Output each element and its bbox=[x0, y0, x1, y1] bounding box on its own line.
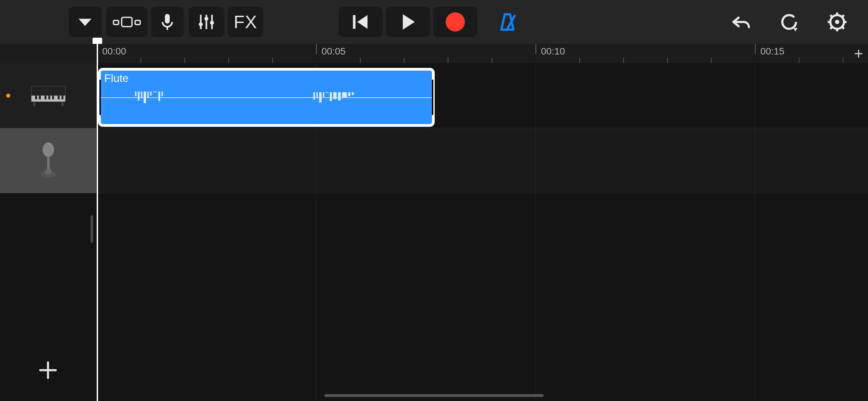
ruler-tick bbox=[843, 58, 843, 63]
toolbar-right-group bbox=[727, 7, 851, 37]
svg-rect-1 bbox=[122, 17, 132, 27]
plus-icon bbox=[38, 360, 58, 380]
svg-rect-0 bbox=[113, 21, 119, 25]
time-ruler[interactable]: 00:0000:0500:1000:15 + bbox=[0, 44, 868, 63]
svg-rect-33 bbox=[33, 101, 35, 106]
settings-button[interactable] bbox=[823, 7, 851, 37]
svg-rect-38 bbox=[45, 169, 51, 174]
record-button[interactable] bbox=[433, 7, 477, 37]
track-scroll-indicator[interactable] bbox=[91, 215, 93, 243]
ruler-tick bbox=[579, 58, 580, 63]
svg-rect-32 bbox=[61, 96, 63, 99]
browser-button[interactable] bbox=[69, 7, 101, 37]
svg-rect-26 bbox=[35, 96, 37, 99]
svg-rect-28 bbox=[45, 96, 47, 99]
fx-label: FX bbox=[234, 12, 257, 32]
svg-point-10 bbox=[210, 21, 214, 25]
svg-rect-34 bbox=[61, 101, 63, 106]
region-trim-right-handle[interactable] bbox=[432, 80, 433, 115]
track-row-audio[interactable] bbox=[0, 128, 868, 193]
ruler-tick bbox=[184, 58, 185, 63]
svg-rect-24 bbox=[31, 86, 65, 96]
ruler-tick bbox=[272, 58, 273, 63]
svg-rect-29 bbox=[48, 96, 50, 99]
svg-rect-27 bbox=[39, 96, 41, 99]
piano-icon bbox=[29, 84, 67, 108]
track-header-audio[interactable] bbox=[0, 128, 97, 193]
track-view-button[interactable] bbox=[106, 7, 147, 37]
ruler-tick bbox=[667, 58, 668, 63]
toolbar: FX bbox=[0, 0, 868, 44]
svg-rect-3 bbox=[165, 14, 170, 24]
playhead[interactable] bbox=[97, 44, 98, 401]
ruler-tick bbox=[711, 58, 712, 63]
ruler-tick bbox=[755, 44, 756, 54]
ruler-time-label: 00:05 bbox=[322, 46, 346, 57]
undo-icon bbox=[731, 12, 751, 32]
ruler-tick bbox=[799, 58, 799, 63]
svg-line-22 bbox=[830, 27, 832, 29]
metronome-button[interactable] bbox=[491, 7, 524, 37]
svg-point-15 bbox=[835, 20, 840, 24]
ruler-time-label: 00:15 bbox=[760, 46, 784, 57]
svg-line-21 bbox=[842, 27, 844, 29]
track-header-keyboard[interactable] bbox=[0, 63, 97, 128]
track-view-icon bbox=[112, 12, 141, 32]
record-icon bbox=[446, 12, 465, 32]
mute-indicator-icon bbox=[6, 94, 10, 98]
rewind-start-icon bbox=[350, 12, 371, 32]
rewind-button[interactable] bbox=[339, 7, 383, 37]
fx-button[interactable]: FX bbox=[228, 7, 263, 37]
add-section-button[interactable]: + bbox=[854, 44, 863, 63]
audio-region-body[interactable]: Flute bbox=[101, 71, 432, 124]
microphone-instrument-icon bbox=[38, 142, 59, 180]
svg-rect-2 bbox=[135, 21, 140, 25]
gear-icon bbox=[827, 12, 847, 32]
svg-rect-36 bbox=[47, 157, 49, 169]
loop-button[interactable] bbox=[775, 7, 803, 37]
ruler-tick bbox=[535, 44, 536, 54]
ruler-tick bbox=[316, 44, 317, 54]
waveform-icon bbox=[313, 92, 354, 102]
svg-point-9 bbox=[204, 17, 208, 21]
audio-region-flute[interactable]: Flute bbox=[98, 68, 435, 127]
ruler-tick bbox=[404, 58, 405, 63]
ruler-time-label: 00:10 bbox=[541, 46, 565, 57]
svg-rect-31 bbox=[58, 96, 60, 99]
microphone-icon bbox=[158, 12, 177, 32]
svg-rect-11 bbox=[353, 15, 356, 29]
ruler-tick bbox=[360, 58, 361, 63]
play-button[interactable] bbox=[386, 7, 430, 37]
instrument-button[interactable] bbox=[151, 7, 184, 37]
toolbar-left-group bbox=[69, 7, 101, 37]
sliders-icon bbox=[197, 12, 216, 32]
undo-button[interactable] bbox=[727, 7, 755, 37]
ruler-time-label: 00:00 bbox=[102, 46, 126, 57]
play-icon bbox=[398, 12, 418, 32]
loop-icon bbox=[779, 12, 799, 32]
ruler-tick bbox=[228, 58, 229, 63]
ruler-tick bbox=[141, 58, 141, 63]
transport-group bbox=[339, 7, 477, 37]
ruler-tick bbox=[448, 58, 448, 63]
region-label: Flute bbox=[104, 72, 129, 85]
svg-point-13 bbox=[782, 15, 796, 29]
waveform-icon bbox=[135, 92, 163, 103]
toolbar-view-group bbox=[106, 7, 184, 37]
track-controls-button[interactable] bbox=[189, 7, 224, 37]
ruler-tick bbox=[492, 58, 492, 63]
home-indicator bbox=[324, 394, 544, 397]
svg-line-20 bbox=[830, 15, 832, 17]
metronome-icon bbox=[497, 12, 518, 32]
svg-point-8 bbox=[199, 22, 203, 26]
svg-rect-30 bbox=[52, 96, 54, 99]
ruler-tick bbox=[623, 58, 624, 63]
chevron-down-icon bbox=[75, 12, 95, 32]
svg-line-23 bbox=[842, 15, 844, 17]
add-track-button[interactable] bbox=[38, 360, 58, 380]
toolbar-mix-group: FX bbox=[189, 7, 263, 37]
